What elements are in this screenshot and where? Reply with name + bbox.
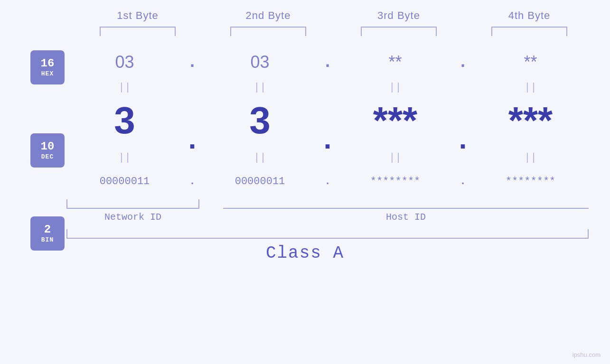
bin-dot-2: . [318, 176, 337, 187]
byte-label-2: 2nd Byte [203, 9, 334, 22]
equals2-cell-4: || [472, 151, 589, 165]
equals-cell-2: || [202, 81, 318, 95]
badge-bin-number: 2 [44, 224, 51, 236]
equals2-cell-1: || [66, 151, 183, 165]
bin-cell-2: 00000011 [202, 176, 318, 187]
bin-row: 00000011 . 00000011 . ******** . [66, 167, 589, 196]
id-spacer [199, 212, 223, 223]
content-area: 16 HEX 10 DEC 2 BIN 03 . [0, 46, 610, 239]
hex-cell-2: 03 [202, 52, 318, 72]
top-bracket-1 [100, 27, 176, 36]
dec-row: 3 . 3 . *** . *** [66, 97, 589, 149]
bin-value-4: ******** [506, 176, 556, 187]
hex-value-3: ** [388, 52, 402, 72]
hex-dot-3: . [453, 53, 472, 72]
equals-row-1: || || || || [66, 79, 589, 97]
dec-cell-4: *** [472, 99, 589, 142]
bracket-cell-1 [73, 27, 203, 36]
badge-hex-label: HEX [41, 70, 54, 77]
equals-cell-4: || [472, 81, 589, 95]
hex-value-4: ** [524, 52, 537, 72]
bin-value-2: 00000011 [235, 176, 285, 187]
dec-dot-3: . [453, 99, 472, 157]
hex-cell-3: ** [337, 52, 453, 72]
byte-labels-row: 1st Byte 2nd Byte 3rd Byte 4th Byte [73, 9, 595, 22]
top-bracket-3 [361, 27, 437, 36]
badge-hex: 16 HEX [30, 50, 65, 84]
main-container: 1st Byte 2nd Byte 3rd Byte 4th Byte 16 H… [0, 0, 610, 364]
bracket-cell-2 [203, 27, 334, 36]
dec-dot-1: . [183, 99, 202, 157]
dec-value-3: *** [373, 99, 417, 141]
dec-cell-1: 3 [66, 99, 183, 142]
bin-dot-1: . [183, 176, 202, 187]
top-brackets-row [73, 27, 595, 36]
hex-dot-2: . [318, 53, 337, 72]
dec-cell-3: *** [337, 99, 453, 142]
bin-value-3: ******** [370, 176, 421, 187]
id-labels-row: Network ID Host ID [66, 212, 589, 223]
equals-cell-1: || [66, 81, 183, 95]
byte-label-1: 1st Byte [73, 9, 203, 22]
network-bracket-container [66, 199, 199, 209]
badge-dec-label: DEC [41, 153, 54, 160]
dec-dot-2: . [318, 99, 337, 157]
equals2-cell-3: || [337, 151, 453, 165]
class-bracket-container [66, 229, 589, 239]
dec-cell-2: 3 [202, 99, 318, 142]
badge-bin: 2 BIN [30, 216, 65, 251]
host-id-label: Host ID [386, 212, 426, 223]
badge-hex-number: 16 [41, 57, 55, 70]
equals-cell-3: || [337, 81, 453, 95]
rows-container: 03 . 03 . ** . ** [66, 46, 589, 239]
hex-cell-4: ** [472, 52, 589, 72]
host-bracket-container [223, 208, 589, 209]
badge-bin-label: BIN [41, 236, 54, 243]
dec-value-2: 3 [249, 99, 271, 141]
class-bracket [66, 229, 589, 239]
bin-value-1: 00000011 [100, 176, 150, 187]
watermark: ipshu.com [572, 351, 601, 358]
network-id-container: Network ID [66, 212, 199, 223]
hex-value-1: 03 [115, 52, 134, 72]
bin-cell-1: 00000011 [66, 176, 183, 187]
bin-dot-3: . [453, 176, 472, 187]
bin-cell-4: ******** [472, 176, 589, 187]
byte-label-4: 4th Byte [464, 9, 595, 22]
hex-value-2: 03 [250, 52, 269, 72]
dec-value-1: 3 [114, 99, 135, 141]
host-bracket [223, 208, 589, 209]
equals2-cell-2: || [202, 151, 318, 165]
byte-label-3: 3rd Byte [334, 9, 464, 22]
hex-cell-1: 03 [66, 52, 183, 72]
bracket-cell-3 [334, 27, 464, 36]
class-label: Class A [266, 243, 344, 263]
host-id-container: Host ID [223, 212, 589, 223]
class-label-row: Class A [0, 243, 610, 263]
badge-dec-number: 10 [41, 140, 55, 153]
bottom-bracket-area [66, 199, 589, 209]
bin-cell-3: ******** [337, 176, 453, 187]
hex-row: 03 . 03 . ** . ** [66, 46, 589, 79]
hex-dot-1: . [183, 53, 202, 72]
network-bracket [66, 199, 199, 209]
badge-dec: 10 DEC [30, 133, 65, 168]
network-id-label: Network ID [104, 212, 161, 223]
top-bracket-4 [491, 27, 567, 36]
dec-value-4: *** [508, 99, 553, 141]
bracket-cell-4 [464, 27, 595, 36]
top-bracket-2 [230, 27, 306, 36]
